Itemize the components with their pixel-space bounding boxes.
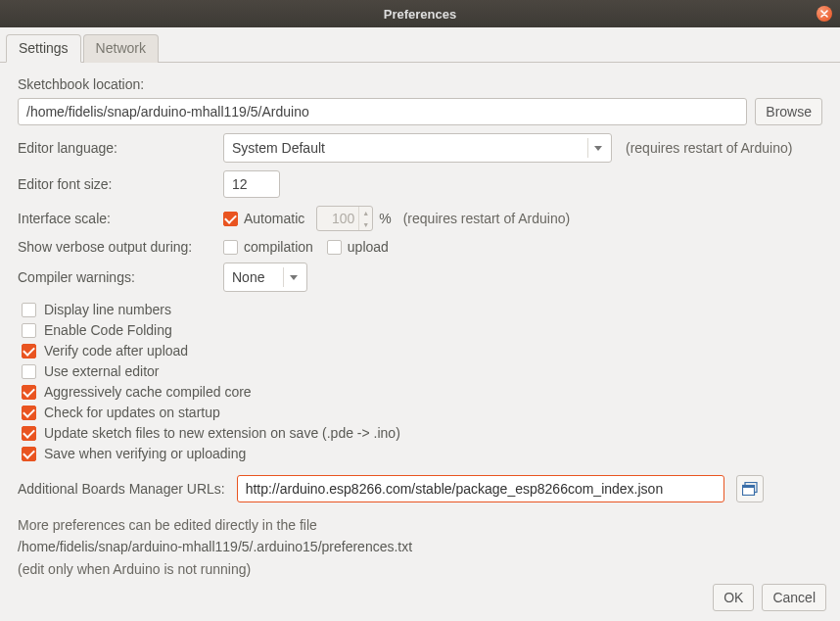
check-updates-label: Check for updates on startup — [44, 405, 220, 420]
update-extension-label: Update sketch files to new extension on … — [44, 425, 400, 441]
pref-note-path: /home/fidelis/snap/arduino-mhall119/5/.a… — [18, 536, 822, 557]
verify-after-upload-checkbox[interactable] — [22, 344, 36, 358]
scale-automatic-label: Automatic — [244, 211, 304, 226]
scale-restart-note: (requires restart of Arduino) — [403, 211, 570, 226]
svg-rect-2 — [742, 486, 754, 489]
scale-value-input — [317, 207, 358, 230]
tab-settings[interactable]: Settings — [6, 34, 81, 63]
verbose-label: Show verbose output during: — [18, 239, 223, 255]
enable-code-folding-label: Enable Code Folding — [44, 322, 172, 338]
window-icon — [742, 482, 758, 496]
editor-language-label: Editor language: — [18, 140, 223, 156]
verify-after-upload-label: Verify code after upload — [44, 343, 188, 358]
verbose-upload-label: upload — [348, 239, 389, 255]
dialog-footer: OK Cancel — [713, 584, 826, 611]
aggressive-cache-label: Aggressively cache compiled core — [44, 384, 252, 400]
external-editor-checkbox[interactable] — [22, 364, 36, 379]
aggressive-cache-checkbox[interactable] — [22, 385, 36, 400]
sketchbook-path-input[interactable] — [18, 98, 747, 125]
tab-bar: Settings Network — [0, 27, 840, 63]
open-urls-dialog-button[interactable] — [736, 475, 764, 502]
boards-urls-label: Additional Boards Manager URLs: — [18, 481, 225, 497]
browse-button[interactable]: Browse — [755, 98, 822, 125]
close-icon — [820, 10, 828, 18]
sketchbook-label: Sketchbook location: — [18, 76, 822, 92]
window-close-button[interactable] — [817, 6, 832, 22]
pref-note-line3: (edit only when Arduino is not running) — [18, 558, 822, 580]
font-size-input[interactable] — [223, 170, 280, 198]
compiler-warnings-select[interactable]: None — [223, 263, 307, 292]
scale-automatic-checkbox[interactable] — [223, 212, 238, 226]
verbose-compilation-label: compilation — [244, 239, 313, 255]
chevron-up-icon: ▲ — [359, 207, 372, 218]
save-when-verifying-label: Save when verifying or uploading — [44, 446, 246, 461]
settings-panel: Sketchbook location: Browse Editor langu… — [0, 63, 840, 588]
compiler-warnings-label: Compiler warnings: — [18, 269, 223, 285]
display-line-numbers-checkbox[interactable] — [22, 303, 36, 317]
chevron-down-icon: ▼ — [359, 218, 372, 230]
pref-note-line1: More preferences can be edited directly … — [18, 514, 822, 536]
scale-spinner[interactable]: ▲ ▼ — [316, 206, 373, 231]
compiler-warnings-value: None — [232, 269, 264, 285]
tab-network[interactable]: Network — [83, 34, 159, 63]
save-when-verifying-checkbox[interactable] — [22, 447, 36, 461]
display-line-numbers-label: Display line numbers — [44, 302, 171, 317]
editor-language-value: System Default — [232, 140, 325, 156]
check-updates-checkbox[interactable] — [22, 406, 36, 420]
boards-urls-input[interactable] — [237, 475, 724, 502]
external-editor-label: Use external editor — [44, 363, 160, 379]
scale-percent: % — [379, 211, 391, 226]
chevron-down-icon — [587, 138, 607, 158]
chevron-down-icon — [283, 267, 303, 287]
enable-code-folding-checkbox[interactable] — [22, 323, 36, 338]
language-restart-note: (requires restart of Arduino) — [626, 140, 792, 156]
verbose-compilation-checkbox[interactable] — [223, 240, 238, 255]
window-title: Preferences — [384, 7, 456, 22]
preferences-file-note: More preferences can be edited directly … — [18, 514, 822, 580]
update-extension-checkbox[interactable] — [22, 426, 36, 441]
editor-language-select[interactable]: System Default — [223, 133, 612, 163]
ok-button[interactable]: OK — [713, 584, 754, 611]
window-titlebar: Preferences — [0, 0, 840, 27]
verbose-upload-checkbox[interactable] — [327, 240, 342, 255]
scale-spin-buttons[interactable]: ▲ ▼ — [358, 207, 372, 230]
cancel-button[interactable]: Cancel — [762, 584, 826, 611]
font-size-label: Editor font size: — [18, 176, 223, 192]
interface-scale-label: Interface scale: — [18, 211, 223, 226]
